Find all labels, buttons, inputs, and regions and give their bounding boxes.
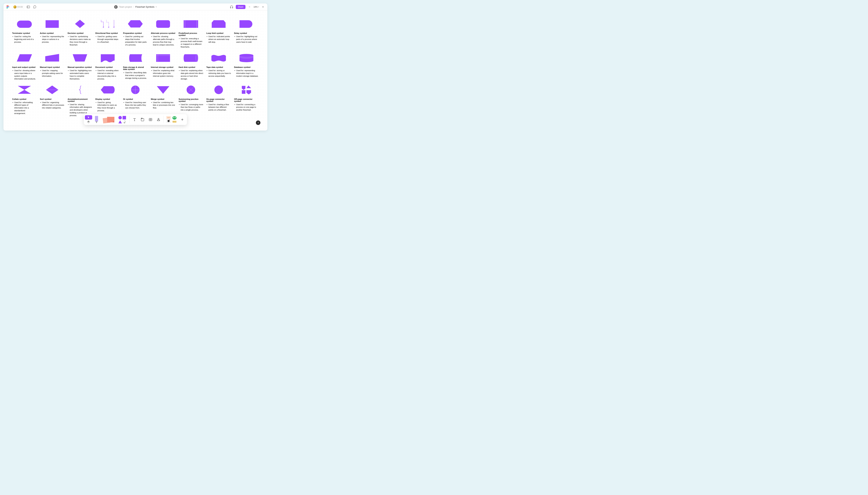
section-tool[interactable] (139, 115, 146, 124)
on-page-connector-shape (206, 84, 231, 96)
tape-data-shape (206, 52, 231, 64)
symbol-desc: Used for: representing information kept … (234, 69, 259, 78)
zoom-level[interactable]: 18% ▾ (253, 6, 259, 8)
bottom-toolbar: wow llambot (84, 114, 187, 125)
text-tool[interactable] (131, 115, 138, 124)
timer-widget[interactable]: 03:00 (12, 5, 24, 9)
svg-marker-12 (128, 20, 143, 28)
team-name[interactable]: Team project (119, 5, 132, 8)
svg-text:llambot: llambot (173, 121, 176, 122)
sticker-monster[interactable]: llambot (172, 116, 177, 123)
symbol-cell-or: Or symbol Used for: branching user flows… (123, 84, 148, 117)
timer-value: 03:00 (17, 5, 23, 8)
panel-toggle-button[interactable] (26, 4, 31, 10)
collate-shape (12, 84, 37, 96)
zoom-chevron-icon: ▾ (258, 6, 259, 8)
symbol-desc: Used for: reformatting different types o… (12, 101, 37, 115)
or-shape (123, 84, 148, 96)
timer-icon (13, 5, 17, 8)
symbol-cell-database: Database symbol Used for: representing i… (234, 52, 259, 80)
zoom-in-button[interactable]: + (261, 5, 265, 9)
symbol-cell-action: Action symbol Used for: representing the… (40, 18, 65, 48)
zoom-out-button[interactable]: − (247, 5, 252, 9)
stamp-tool[interactable] (155, 115, 162, 124)
hand-tool[interactable] (85, 120, 92, 124)
symbol-cell-offpage: Off-page connector symbol Used for: conn… (234, 84, 259, 117)
symbol-cell-internal-storage: Internal storage symbol Used for: explai… (151, 52, 175, 80)
symbol-title: Sort symbol (40, 98, 65, 100)
toolbar-right: Share − 18% ▾ + (229, 4, 265, 10)
symbol-title: Input and output symbol (12, 66, 37, 68)
symbol-title: Decision symbol (68, 32, 92, 34)
symbol-cell-terminator: Terminator symbol Used for: noting the b… (12, 18, 37, 48)
marker-tool[interactable] (93, 115, 100, 124)
symbol-desc: Used for: highlighting out parts of a pr… (234, 35, 259, 44)
symbol-cell-delay: Delay symbol Used for: highlighting out … (234, 18, 259, 48)
table-tool[interactable] (147, 115, 154, 124)
symbol-desc: Used for: guiding users through sequenti… (95, 35, 120, 44)
symbol-title: Hard disk symbol (178, 66, 203, 68)
symbol-desc: Used for: pointing out steps that involv… (123, 35, 148, 46)
sticky-note-tool[interactable] (101, 115, 117, 124)
delay-shape (234, 18, 259, 30)
symbol-cell-display: Display symbol Used for: giving informat… (95, 84, 120, 117)
action-shape (40, 18, 65, 30)
svg-point-63 (168, 120, 170, 122)
symbol-title: Annotation/comment symbol (68, 98, 92, 102)
chevron-down-icon: ▾ (9, 6, 10, 8)
svg-point-50 (118, 116, 122, 119)
svg-point-39 (215, 85, 223, 94)
svg-text:wow: wow (167, 117, 170, 118)
symbol-title: Document symbol (95, 66, 120, 68)
symbol-title: Directional flow symbol (95, 32, 120, 34)
svg-point-59 (158, 118, 159, 119)
svg-marker-52 (118, 120, 122, 123)
symbol-title: Delay symbol (234, 32, 259, 34)
share-button[interactable]: Share (236, 5, 245, 9)
symbol-title: Alternate process symbol (151, 32, 175, 34)
svg-point-64 (169, 119, 170, 120)
symbol-title: On-page connector symbol (206, 98, 231, 102)
svg-point-4 (6, 7, 7, 8)
headphones-button[interactable] (229, 4, 234, 10)
symbol-cell-data-storage: Data storage & stored data symbol Used f… (123, 52, 148, 80)
add-tool-button[interactable] (178, 115, 186, 124)
sticker-camera[interactable]: wow (166, 116, 171, 123)
shape-tool[interactable] (117, 115, 128, 124)
symbol-desc: Used for: revealing when internal or ext… (95, 69, 120, 80)
select-tool[interactable] (85, 115, 92, 120)
file-name[interactable]: Flowchart Symbols (135, 5, 154, 8)
comments-button[interactable] (32, 4, 37, 10)
svg-rect-10 (46, 20, 59, 28)
symbol-cell-manual-op: Manual operation symbol Used for: highli… (68, 52, 92, 80)
symbol-title: Tape data symbol (206, 66, 231, 68)
symbol-desc: Used for: representing the steps or acti… (40, 35, 65, 44)
symbol-title: Manual input symbol (40, 66, 65, 68)
symbol-cell-hard-disk: Hard disk symbol Used for: explaining wh… (178, 52, 203, 80)
file-menu-chevron-icon[interactable]: ▾ (156, 6, 157, 8)
symbol-title: Summoning junction symbol (178, 98, 203, 102)
symbol-cell-decision: Decision symbol Used for: symbolizing de… (68, 18, 92, 48)
preparation-shape (123, 18, 148, 30)
symbol-title: Internal storage symbol (151, 66, 175, 68)
svg-rect-5 (27, 6, 30, 8)
symbol-cell-predefined: Predefined process symbol Used for: exec… (178, 18, 203, 48)
svg-rect-45 (95, 116, 98, 121)
annotation-shape (68, 84, 92, 96)
symbol-cell-directional: Directional flow symbol Used for: guidin… (95, 18, 120, 48)
figma-menu-button[interactable]: ▾ (5, 4, 11, 10)
symbol-desc: Used for: indicated points where an auto… (206, 35, 231, 44)
summoning-junction-shape (178, 84, 203, 96)
user-avatar[interactable]: C (114, 5, 118, 9)
svg-marker-28 (18, 86, 31, 90)
symbol-title: Action symbol (40, 32, 65, 34)
svg-point-27 (239, 59, 253, 62)
symbol-cell-loop: Loop limit symbol Used for: indicated po… (206, 18, 231, 48)
svg-marker-19 (45, 54, 59, 62)
help-button[interactable]: ? (256, 120, 260, 125)
symbol-desc: Used for: charting a flow between two di… (206, 103, 231, 112)
loop-limit-shape (206, 18, 231, 30)
symbol-desc: Used for: combining two lists or process… (151, 101, 175, 109)
canvas[interactable]: Terminator symbol Used for: noting the b… (3, 11, 267, 131)
symbol-title: Collate symbol (12, 98, 37, 100)
